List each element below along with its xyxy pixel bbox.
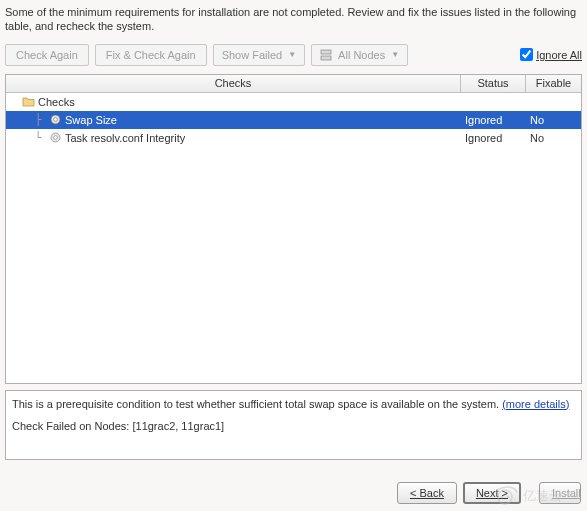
intro-text: Some of the minimum requirements for ins… [5, 5, 582, 34]
svg-rect-1 [321, 56, 331, 60]
details-text: This is a prerequisite condition to test… [12, 398, 502, 410]
column-checks[interactable]: Checks [6, 75, 461, 92]
status-cell: Ignored [461, 114, 526, 126]
checks-table: Checks Status Fixable Checks ├ [5, 74, 582, 384]
tree-item-label: Swap Size [65, 114, 117, 126]
svg-point-3 [54, 118, 58, 122]
gear-icon [49, 113, 62, 126]
folder-icon [22, 95, 35, 108]
column-fixable[interactable]: Fixable [526, 75, 581, 92]
next-button[interactable]: Next > [463, 482, 521, 504]
toolbar: Check Again Fix & Check Again Show Faile… [5, 44, 582, 66]
svg-rect-0 [321, 50, 331, 54]
ignore-all-label: Ignore All [536, 49, 582, 61]
more-details-link[interactable]: (more details) [502, 398, 569, 410]
tree-root[interactable]: Checks [6, 93, 581, 111]
all-nodes-label: All Nodes [338, 49, 385, 61]
tree-item-resolv-conf[interactable]: └ Task resolv.conf Integrity Ignored No [6, 129, 581, 147]
wizard-nav: < Back Next > Install [397, 482, 581, 504]
show-failed-label: Show Failed [222, 49, 283, 61]
chevron-down-icon: ▼ [391, 50, 399, 59]
failed-nodes-text: Check Failed on Nodes: [11grac2, 11grac1… [12, 419, 575, 434]
gear-icon [49, 131, 62, 144]
install-button[interactable]: Install [539, 482, 581, 504]
tree-branch-icon: ├ [30, 113, 46, 126]
fixable-cell: No [526, 132, 581, 144]
tree-item-label: Task resolv.conf Integrity [65, 132, 185, 144]
server-icon [320, 49, 332, 61]
tree-root-label: Checks [38, 96, 75, 108]
chevron-down-icon: ▼ [288, 50, 296, 59]
check-again-button[interactable]: Check Again [5, 44, 89, 66]
show-failed-dropdown[interactable]: Show Failed ▼ [213, 44, 305, 66]
status-cell: Ignored [461, 132, 526, 144]
fix-check-again-button[interactable]: Fix & Check Again [95, 44, 207, 66]
ignore-all-input[interactable] [520, 48, 533, 61]
tree-item-swap-size[interactable]: ├ Swap Size Ignored No [6, 111, 581, 129]
fixable-cell: No [526, 114, 581, 126]
back-button[interactable]: < Back [397, 482, 457, 504]
table-header: Checks Status Fixable [6, 75, 581, 93]
checks-tree: Checks ├ Swap Size Ignored No └ [6, 93, 581, 147]
svg-point-5 [54, 136, 58, 140]
all-nodes-dropdown[interactable]: All Nodes ▼ [311, 44, 408, 66]
details-panel: This is a prerequisite condition to test… [5, 390, 582, 460]
ignore-all-checkbox[interactable]: Ignore All [520, 48, 582, 61]
tree-branch-icon: └ [30, 131, 46, 144]
column-status[interactable]: Status [461, 75, 526, 92]
